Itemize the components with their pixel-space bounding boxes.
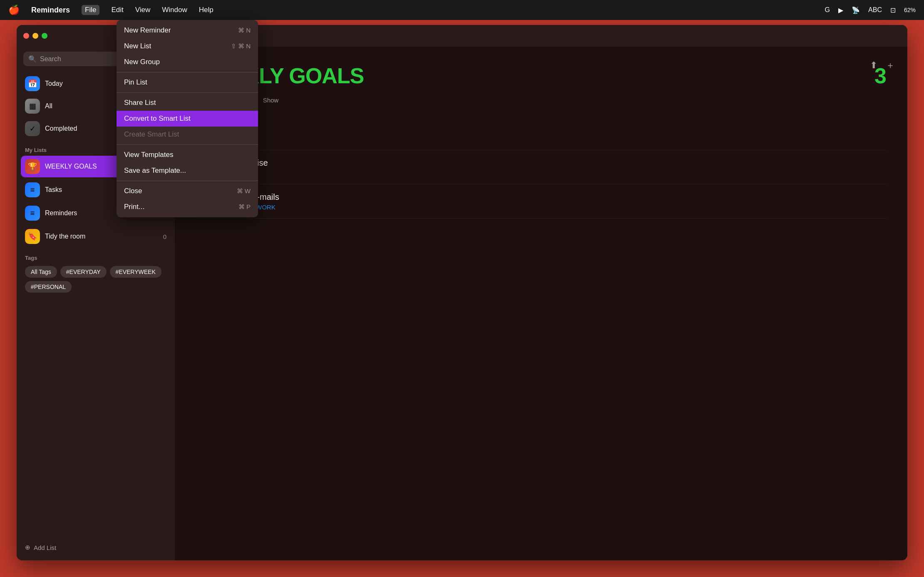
sidebar-item-all[interactable]: ▦ All [21,95,171,117]
sidebar: 🔍 Search 📅 Today ▦ All ✓ Completed [17,47,175,560]
toolbar-bullet: • [233,97,235,104]
exercise-tags: #EVERYDAY [212,169,887,177]
weekly-goals-icon: 🏆 [25,159,40,174]
reminder-item-emails: !!! Check e-mails #EVERYDAY #WORK [196,184,887,219]
tasks-count: 0 [163,187,166,194]
detail-title: WEEKLY GOALS [196,63,874,88]
tasks-icon: ≡ [25,182,40,197]
detail-pane: ⬆ ＋ WEEKLY GOALS 3 Completed • Clear Sho… [175,47,907,560]
completed-icon: ✓ [25,121,40,136]
weekly-goals-name: WEEKLY GOALS [45,163,158,170]
search-placeholder: Search [40,55,61,63]
today-label: Today [45,80,63,87]
emails-title[interactable]: Check e-mails [226,192,279,202]
apple-menu[interactable]: 🍎 [8,5,20,15]
all-label: All [45,102,52,110]
weekly-goals-count: 3 [163,163,166,170]
grammarly-icon: G [825,6,830,14]
menu-file[interactable]: File [82,5,99,15]
tidy-count: 0 [163,233,166,240]
sidebar-item-today[interactable]: 📅 Today [21,73,171,95]
emails-tag-work[interactable]: #WORK [253,204,276,211]
tags-list: All Tags #EVERYDAY #EVERYWEEK #PERSONAL [25,266,166,293]
filter-completed-text: Completed [196,97,226,104]
smart-items-list: 📅 Today ▦ All ✓ Completed [17,73,175,140]
close-button[interactable] [23,33,29,39]
detail-toolbar-icons: ⬆ ＋ [870,59,895,72]
laundry-tag-personal[interactable]: #PERSONAL [212,135,250,142]
tags-section: Tags All Tags #EVERYDAY #EVERYWEEK #PERS… [17,248,175,299]
main-content: 🔍 Search 📅 Today ▦ All ✓ Completed [17,47,907,560]
window-controls [23,33,47,39]
reminder-item-exercise: !! Do exercise #EVERYDAY [196,150,887,184]
reminder-checkbox-2[interactable] [196,158,206,168]
reminder-row: !! Do exercise [196,158,887,168]
tags-label: Tags [25,255,166,261]
reminder-row: !!! Check e-mails [196,192,887,202]
show-button[interactable]: Show [263,97,279,104]
minimize-button[interactable] [32,33,38,39]
app-name[interactable]: Reminders [31,6,70,15]
tag-everyweek[interactable]: #EVERYWEEK [110,266,161,278]
reminder-row: !!! Laundry [196,124,887,134]
menu-view[interactable]: View [135,6,151,14]
cast-icon: ⊡ [890,6,896,14]
reminders-count: 4 [163,210,166,217]
laundry-priority: !!! [212,124,220,133]
emails-tags: #EVERYDAY #WORK [212,204,887,211]
title-bar [17,25,907,47]
battery-indicator: 62% [904,7,916,13]
sidebar-item-completed[interactable]: ✓ Completed [21,118,171,139]
laundry-tags: #PERSONAL [212,135,887,142]
clear-button[interactable]: Clear [241,97,256,104]
menubar: 🍎 Reminders File Edit View Window Help G… [0,0,924,20]
search-icon: 🔍 [28,55,37,63]
emails-tag-everyday[interactable]: #EVERYDAY [212,204,249,211]
list-item-tasks[interactable]: ≡ Tasks 0 [21,179,171,201]
maximize-button[interactable] [42,33,47,39]
detail-header: WEEKLY GOALS 3 [196,63,887,88]
podcast-icon: 📡 [852,6,860,14]
tidy-icon: 🔖 [25,229,40,244]
tag-everyday[interactable]: #EVERYDAY [60,266,107,278]
user-avatar: ABC [868,6,882,14]
app-window: 🔍 Search 📅 Today ▦ All ✓ Completed [17,25,907,560]
exercise-tag-everyday[interactable]: #EVERYDAY [212,169,249,177]
laundry-title[interactable]: Laundry [226,124,256,134]
exercise-priority: !! [212,159,217,167]
reminder-checkbox-1[interactable] [196,124,206,134]
list-item-weekly-goals[interactable]: 🏆 WEEKLY GOALS 3 [21,156,171,177]
add-reminder-icon[interactable]: ＋ [886,59,895,72]
tag-all[interactable]: All Tags [25,266,57,278]
add-list-icon: ⊕ [25,544,30,551]
menu-help[interactable]: Help [199,6,214,14]
tidy-name: Tidy the room [45,233,158,240]
completed-label: Completed [45,125,77,132]
reminder-item-laundry: !!! Laundry #PERSONAL [196,116,887,150]
reminders-icon: ≡ [25,206,40,221]
my-lists-label: My Lists [17,144,175,155]
add-list-label: Add List [34,544,56,551]
list-item-tidy[interactable]: 🔖 Tidy the room 0 [21,226,171,247]
all-icon: ▦ [25,99,40,114]
exercise-title[interactable]: Do exercise [224,158,268,168]
share-icon[interactable]: ⬆ [870,60,877,71]
emails-priority: !!! [212,193,220,201]
menu-window[interactable]: Window [162,6,187,14]
reminder-checkbox-3[interactable] [196,192,206,202]
menubar-right: G ▶ 📡 ABC ⊡ 62% [825,6,916,14]
search-bar[interactable]: 🔍 Search [23,52,168,66]
tasks-name: Tasks [45,186,158,194]
play-icon: ▶ [838,6,843,14]
menu-edit[interactable]: Edit [111,6,123,14]
tag-personal[interactable]: #PERSONAL [25,281,72,293]
reminders-name: Reminders [45,209,158,217]
add-list-button[interactable]: ⊕ Add List [17,540,175,555]
list-item-reminders[interactable]: ≡ Reminders 4 [21,202,171,224]
detail-filter-bar: Completed • Clear Show [196,97,887,104]
today-icon: 📅 [25,76,40,91]
